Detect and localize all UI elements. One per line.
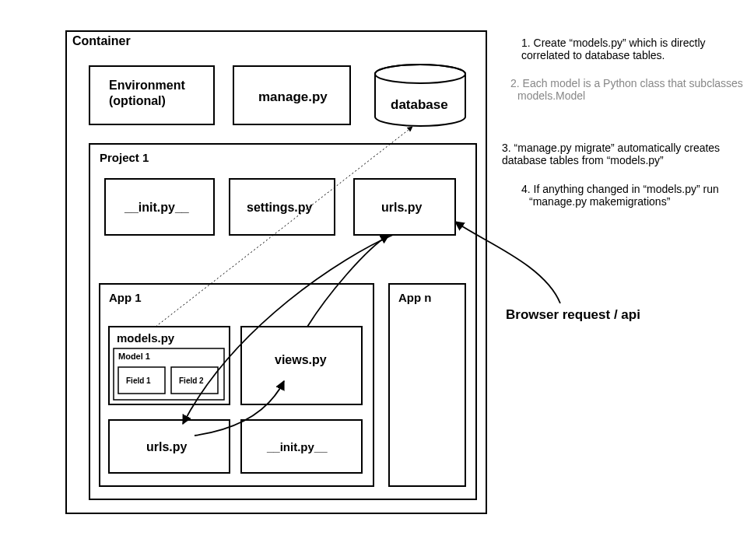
note-4a: 4. If anything changed in “models.py” ru… [521, 183, 719, 195]
model1-label: Model 1 [118, 352, 150, 361]
app1-label: App 1 [109, 291, 142, 304]
settings-label: settings.py [247, 201, 313, 214]
appn-label: App n [398, 291, 432, 304]
note-1a: 1. Create “models.py” which is directly [521, 37, 706, 49]
models-label: models.py [117, 331, 175, 345]
database-label: database [391, 97, 448, 112]
browser-label: Browser request / api [506, 307, 640, 322]
environment-line1: Environment [109, 79, 185, 92]
init-label: __init.py__ [124, 201, 190, 214]
project-urls-label: urls.py [381, 201, 423, 214]
note-2b: models.Model [517, 89, 585, 102]
app-init-label: __init.py__ [266, 440, 328, 453]
note-4b: “manage.py makemigrations” [529, 195, 671, 208]
environment-line2: (optional) [109, 94, 166, 107]
container-label: Container [72, 34, 131, 47]
appn-box [389, 284, 465, 486]
field1-label: Field 1 [126, 376, 151, 385]
project-label: Project 1 [100, 151, 149, 164]
note-3a: 3. “manage.py migrate” automatically cre… [502, 142, 720, 154]
note-3b: database tables from “models.py” [502, 154, 664, 166]
database-cylinder: database [375, 65, 465, 126]
note-2a: 2. Each model is a Python class that sub… [510, 77, 743, 89]
field2-label: Field 2 [179, 376, 204, 385]
note-1b: correlated to database tables. [521, 49, 665, 61]
app-urls-label: urls.py [146, 440, 188, 453]
manage-label: manage.py [258, 89, 328, 104]
views-label: views.py [275, 353, 327, 366]
